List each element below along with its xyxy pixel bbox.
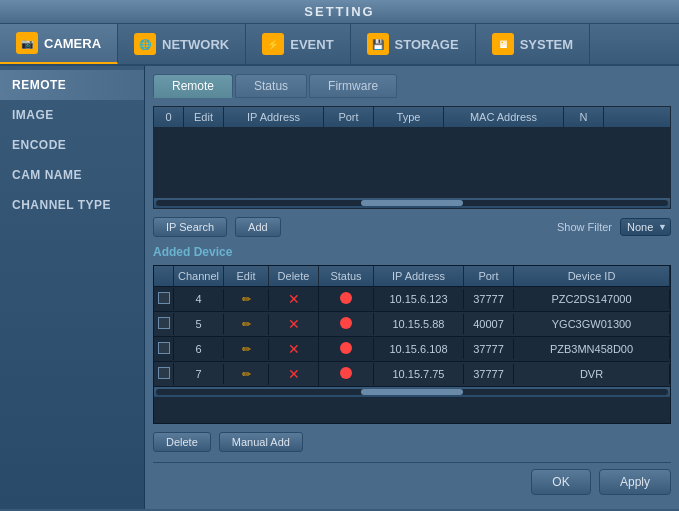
scrollbar-track[interactable]: [156, 200, 668, 206]
search-table-scrollbar[interactable]: [154, 198, 670, 208]
dth-port: Port: [464, 266, 514, 286]
search-table-header: 0 Edit IP Address Port Type MAC Address: [154, 107, 670, 128]
th-type: Type: [374, 107, 444, 127]
tab-storage[interactable]: 💾 STORAGE: [351, 24, 476, 64]
delete-icon[interactable]: ✕: [288, 341, 300, 357]
storage-icon: 💾: [367, 33, 389, 55]
delete-icon[interactable]: ✕: [288, 316, 300, 332]
delete-icon[interactable]: ✕: [288, 366, 300, 382]
edit-icon[interactable]: ✏: [242, 343, 251, 355]
ok-button[interactable]: OK: [531, 469, 591, 495]
row-channel: 7: [174, 364, 224, 384]
row-checkbox-cell[interactable]: [154, 363, 174, 385]
tab-event[interactable]: ⚡ EVENT: [246, 24, 350, 64]
edit-icon[interactable]: ✏: [242, 318, 251, 330]
row-checkbox[interactable]: [158, 367, 170, 379]
row-port: 40007: [464, 314, 514, 334]
table-row: 5 ✏ ✕ 10.15.5.88 40007 YGC3GW01300: [154, 312, 670, 337]
th-index: 0: [154, 107, 184, 127]
subtab-firmware-label: Firmware: [328, 79, 378, 93]
row-checkbox[interactable]: [158, 317, 170, 329]
row-status-cell: [319, 313, 374, 335]
row-port: 37777: [464, 364, 514, 384]
row-edit-cell[interactable]: ✏: [224, 289, 269, 310]
apply-button[interactable]: Apply: [599, 469, 671, 495]
sub-tabs: Remote Status Firmware: [153, 74, 671, 98]
tab-camera[interactable]: 📷 CAMERA: [0, 24, 118, 64]
event-icon: ⚡: [262, 33, 284, 55]
filter-select-wrapper: None ▼: [620, 218, 671, 236]
tab-system[interactable]: 🖥 SYSTEM: [476, 24, 590, 64]
row-checkbox[interactable]: [158, 342, 170, 354]
dth-ip: IP Address: [374, 266, 464, 286]
delete-button[interactable]: Delete: [153, 432, 211, 452]
row-status-cell: [319, 338, 374, 360]
row-status-cell: [319, 288, 374, 310]
added-device-table: Channel Edit Delete Status IP Address Po…: [153, 265, 671, 424]
delete-icon[interactable]: ✕: [288, 291, 300, 307]
table-row: 6 ✏ ✕ 10.15.6.108 37777 PZB3MN458D00: [154, 337, 670, 362]
row-deviceid: PZB3MN458D00: [514, 339, 670, 359]
row-delete-cell[interactable]: ✕: [269, 337, 319, 361]
sidebar-item-image[interactable]: IMAGE: [0, 100, 144, 130]
row-port: 37777: [464, 339, 514, 359]
subtab-status-label: Status: [254, 79, 288, 93]
row-deviceid: YGC3GW01300: [514, 314, 670, 334]
sidebar-item-remote[interactable]: REMOTE: [0, 70, 144, 100]
tab-event-label: EVENT: [290, 37, 333, 52]
dth-deviceid: Device ID: [514, 266, 670, 286]
tab-system-label: SYSTEM: [520, 37, 573, 52]
row-edit-cell[interactable]: ✏: [224, 314, 269, 335]
th-ip: IP Address: [224, 107, 324, 127]
subtab-firmware[interactable]: Firmware: [309, 74, 397, 98]
row-delete-cell[interactable]: ✕: [269, 312, 319, 336]
subtab-remote[interactable]: Remote: [153, 74, 233, 98]
sidebar: REMOTE IMAGE ENCODE CAM NAME CHANNEL TYP…: [0, 66, 145, 509]
row-delete-cell[interactable]: ✕: [269, 362, 319, 386]
show-filter-label: Show Filter: [557, 221, 612, 233]
subtab-remote-label: Remote: [172, 79, 214, 93]
device-scrollbar-track[interactable]: [156, 389, 668, 395]
nav-tabs: 📷 CAMERA 🌐 NETWORK ⚡ EVENT 💾 STORAGE 🖥 S…: [0, 24, 679, 66]
sidebar-remote-label: REMOTE: [12, 78, 66, 92]
sidebar-item-channeltype[interactable]: CHANNEL TYPE: [0, 190, 144, 220]
row-ip: 10.15.5.88: [374, 314, 464, 334]
device-toolbar: Delete Manual Add: [153, 432, 671, 452]
row-checkbox-cell[interactable]: [154, 338, 174, 360]
search-table-body: [154, 128, 670, 198]
sidebar-channeltype-label: CHANNEL TYPE: [12, 198, 111, 212]
dth-channel: Channel: [174, 266, 224, 286]
dth-checkbox: [154, 266, 174, 286]
row-edit-cell[interactable]: ✏: [224, 339, 269, 360]
sidebar-item-encode[interactable]: ENCODE: [0, 130, 144, 160]
row-deviceid: PZC2DS147000: [514, 289, 670, 309]
edit-icon[interactable]: ✏: [242, 368, 251, 380]
search-table: 0 Edit IP Address Port Type MAC Address: [153, 106, 671, 209]
row-deviceid: DVR: [514, 364, 670, 384]
ip-search-button[interactable]: IP Search: [153, 217, 227, 237]
row-checkbox-cell[interactable]: [154, 313, 174, 335]
edit-icon[interactable]: ✏: [242, 293, 251, 305]
table-row: 4 ✏ ✕ 10.15.6.123 37777 PZC2DS147000: [154, 287, 670, 312]
added-device-table-header: Channel Edit Delete Status IP Address Po…: [154, 266, 670, 287]
tab-network[interactable]: 🌐 NETWORK: [118, 24, 246, 64]
dth-delete: Delete: [269, 266, 319, 286]
sidebar-camname-label: CAM NAME: [12, 168, 82, 182]
subtab-status[interactable]: Status: [235, 74, 307, 98]
row-ip: 10.15.6.108: [374, 339, 464, 359]
row-edit-cell[interactable]: ✏: [224, 364, 269, 385]
camera-icon: 📷: [16, 32, 38, 54]
sidebar-item-camname[interactable]: CAM NAME: [0, 160, 144, 190]
add-button[interactable]: Add: [235, 217, 281, 237]
row-checkbox[interactable]: [158, 292, 170, 304]
manual-add-button[interactable]: Manual Add: [219, 432, 303, 452]
row-delete-cell[interactable]: ✕: [269, 287, 319, 311]
added-device-scrollbar[interactable]: [154, 387, 670, 397]
row-ip: 10.15.6.123: [374, 289, 464, 309]
added-device-rows: 4 ✏ ✕ 10.15.6.123 37777 PZC2DS147000 5 ✏…: [154, 287, 670, 387]
filter-select[interactable]: None: [620, 218, 671, 236]
status-dot: [340, 317, 352, 329]
row-checkbox-cell[interactable]: [154, 288, 174, 310]
status-dot: [340, 367, 352, 379]
tab-storage-label: STORAGE: [395, 37, 459, 52]
